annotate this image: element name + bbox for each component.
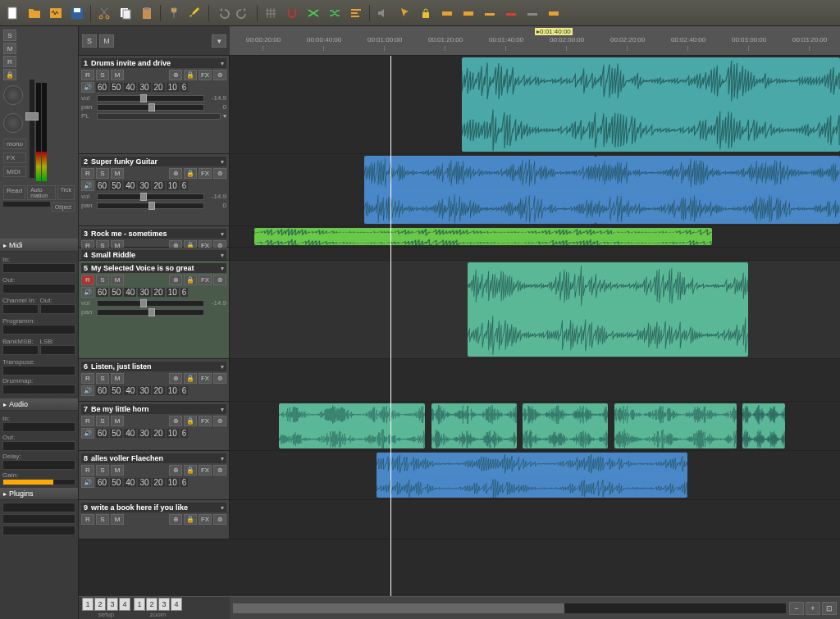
save-icon[interactable]	[67, 3, 87, 23]
track-plugin-button[interactable]: ⊕	[169, 168, 182, 179]
volume-slider[interactable]	[97, 95, 204, 102]
track-lock-button[interactable]: 🔒	[184, 465, 197, 476]
track-fx-button[interactable]: FX	[199, 275, 212, 285]
track-eq-button[interactable]: ⊚	[213, 373, 226, 384]
object-button[interactable]: Object	[52, 203, 75, 212]
header-mute-button[interactable]: M	[99, 34, 114, 48]
fade-curve-icon[interactable]	[480, 3, 500, 23]
midi-drummap-field[interactable]	[2, 385, 75, 394]
marker-icon[interactable]	[164, 3, 184, 23]
shuffle-icon[interactable]	[325, 3, 345, 23]
new-file-icon[interactable]	[3, 3, 23, 23]
plugins-section-header[interactable]: Plugins	[0, 488, 78, 500]
track-fx-button[interactable]: FX	[199, 70, 212, 80]
audio-out-field[interactable]	[2, 441, 75, 451]
zoom-preset-button[interactable]: 4	[171, 598, 182, 611]
track-eq-button[interactable]: ⊚	[213, 465, 226, 476]
track-solo-button[interactable]: S	[96, 70, 109, 80]
midi-chout-field[interactable]	[40, 304, 76, 314]
track-header[interactable]: 3Rock me - sometimes▾RSM⊕🔒FX⊚	[79, 226, 230, 247]
undo-icon[interactable]	[212, 3, 232, 23]
track-rec-button[interactable]: R	[81, 70, 94, 80]
track-header[interactable]: 6Listen, just listen▾RSM⊕🔒FX⊚🔊6050403020…	[79, 359, 230, 401]
audio-clip[interactable]	[364, 156, 596, 224]
grid-icon[interactable]	[261, 3, 281, 23]
track-fx-button[interactable]: FX	[199, 416, 212, 426]
track-plugin-button[interactable]: ⊕	[169, 416, 182, 426]
track-menu-icon[interactable]: ▾	[221, 230, 224, 238]
track-rec-button[interactable]: R	[81, 514, 94, 525]
midi-chin-field[interactable]	[2, 304, 39, 314]
timeline-ruler[interactable]: 00:00:20:0000:00:40:0000:01:00:0000:01:2…	[230, 26, 840, 55]
plugin-slot-1[interactable]	[2, 503, 75, 512]
playhead[interactable]	[390, 56, 391, 596]
fade-log-icon[interactable]	[544, 3, 564, 23]
midi-program-field[interactable]	[2, 325, 75, 335]
track-header[interactable]: 1Drums invite and drive▾RSM⊕🔒FX⊚🔊6050403…	[79, 56, 230, 153]
track-fx-button[interactable]: FX	[199, 514, 212, 525]
zoom-out-button[interactable]: −	[789, 602, 804, 615]
track-lane[interactable]	[230, 451, 840, 499]
paste-icon[interactable]	[137, 3, 157, 23]
track-lane[interactable]	[230, 226, 840, 247]
track-fx-button[interactable]: FX	[199, 168, 212, 179]
track-menu-icon[interactable]: ▾	[221, 455, 224, 462]
track-speaker-button[interactable]: 🔊	[81, 385, 94, 396]
track-fx-button[interactable]: FX	[199, 465, 212, 476]
master-lock-button[interactable]: 🔒	[3, 69, 16, 80]
master-pan-knob[interactable]	[3, 85, 23, 105]
track-mute-button[interactable]: M	[111, 168, 124, 179]
audio-clip[interactable]	[596, 156, 840, 224]
master-fader[interactable]	[30, 80, 34, 178]
audio-clip[interactable]	[523, 403, 608, 448]
volume-slider[interactable]	[97, 193, 204, 200]
track-plugin-button[interactable]: ⊕	[169, 465, 182, 476]
audio-clip[interactable]	[462, 57, 840, 152]
plugin-slot-3[interactable]	[2, 526, 75, 535]
audio-clip[interactable]	[431, 403, 517, 448]
track-mute-button[interactable]: M	[111, 275, 124, 285]
track-solo-button[interactable]: S	[96, 373, 109, 384]
pan-slider[interactable]	[97, 104, 204, 111]
track-eq-button[interactable]: ⊚	[213, 514, 226, 525]
track-speaker-button[interactable]: 🔊	[81, 82, 94, 93]
midi-lsb-field[interactable]	[40, 345, 76, 355]
track-lock-button[interactable]: 🔒	[184, 373, 197, 384]
audio-section-header[interactable]: Audio	[0, 398, 78, 411]
setup-preset-button[interactable]: 4	[119, 598, 130, 611]
track-lock-button[interactable]: 🔒	[184, 70, 197, 80]
track-lock-button[interactable]: 🔒	[184, 168, 197, 179]
zoom-fit-button[interactable]: ⊡	[822, 602, 837, 615]
header-menu-button[interactable]: ▾	[212, 34, 226, 48]
setup-preset-button[interactable]: 2	[94, 598, 106, 611]
header-solo-button[interactable]: S	[82, 34, 97, 48]
track-plugin-button[interactable]: ⊕	[169, 275, 182, 285]
crossfade-icon[interactable]	[304, 3, 323, 23]
audio-clip[interactable]	[377, 453, 687, 498]
track-eq-button[interactable]: ⊚	[213, 275, 226, 285]
track-menu-icon[interactable]: ▾	[221, 504, 224, 512]
track-speaker-button[interactable]: 🔊	[81, 428, 94, 439]
track-menu-icon[interactable]: ▾	[221, 60, 224, 67]
track-header[interactable]: 8alles voller Flaechen▾RSM⊕🔒FX⊚🔊60504030…	[79, 451, 230, 499]
zoom-preset-button[interactable]: 1	[134, 598, 145, 611]
open-folder-icon[interactable]	[25, 3, 44, 23]
track-menu-icon[interactable]: ▾	[221, 265, 224, 272]
track-lane[interactable]	[230, 248, 840, 260]
midi-button[interactable]: MIDI	[3, 166, 26, 177]
track-menu-icon[interactable]: ▾	[221, 158, 224, 166]
master-gain-knob[interactable]	[3, 113, 23, 133]
audio-in-field[interactable]	[2, 422, 75, 432]
track-mute-button[interactable]: M	[111, 70, 124, 80]
track-speaker-button[interactable]: 🔊	[81, 477, 94, 488]
track-header[interactable]: 5My Selected Voice is so great▾RSM⊕🔒FX⊚🔊…	[79, 261, 230, 358]
track-lane[interactable]	[230, 359, 840, 401]
lock-icon[interactable]	[416, 3, 436, 23]
fade-exp-icon[interactable]	[523, 3, 542, 23]
midi-transpose-field[interactable]	[2, 366, 75, 375]
wave-file-icon[interactable]	[46, 3, 66, 23]
track-header[interactable]: 7Be my little horn▾RSM⊕🔒FX⊚🔊605040302010…	[79, 402, 230, 450]
audio-clip[interactable]	[742, 403, 785, 448]
align-icon[interactable]	[346, 3, 366, 23]
zoom-preset-button[interactable]: 3	[158, 598, 170, 611]
